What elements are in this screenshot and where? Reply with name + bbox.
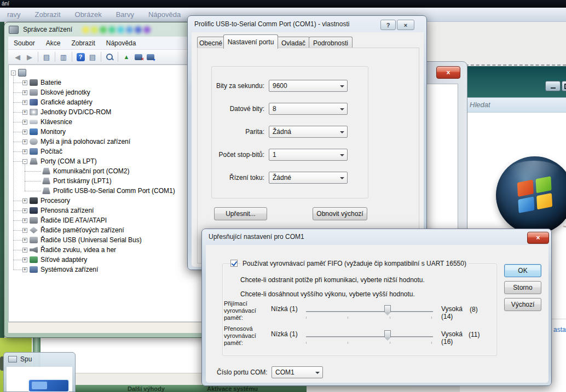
tree-label[interactable]: Myši a jiná polohovací zařízení bbox=[41, 138, 130, 145]
tree-label[interactable]: Systémová zařízení bbox=[41, 266, 98, 273]
help-button[interactable]: ? bbox=[380, 20, 396, 30]
dm-menu-file[interactable]: Soubor bbox=[8, 39, 41, 47]
expand-toggle[interactable]: + bbox=[22, 228, 27, 233]
ok-button[interactable]: OK bbox=[504, 264, 541, 277]
expand-toggle[interactable]: + bbox=[22, 198, 27, 203]
field-row: Počet stop-bitů: 1 bbox=[212, 149, 367, 161]
tree-label[interactable]: Přenosná zařízení bbox=[41, 207, 94, 214]
toolbar-separator bbox=[55, 52, 55, 62]
expand-toggle[interactable]: + bbox=[22, 139, 27, 144]
expand-toggle[interactable]: + bbox=[22, 218, 27, 223]
dm-menu-view[interactable]: Zobrazit bbox=[66, 39, 100, 47]
settings-link-fragment[interactable]: astav bbox=[553, 326, 566, 334]
expand-toggle[interactable]: + bbox=[22, 248, 27, 253]
expand-toggle[interactable]: + bbox=[22, 90, 27, 95]
tree-label[interactable]: Komunikační port (COM2) bbox=[53, 167, 129, 175]
tab-details[interactable]: Podrobnosti bbox=[309, 37, 353, 49]
toolbar-uninstall-button[interactable]: × bbox=[132, 51, 145, 62]
minimize-button[interactable] bbox=[545, 81, 561, 91]
field-label: Bity za sekundu: bbox=[212, 82, 264, 90]
palette-dots bbox=[82, 26, 152, 33]
flow-control-combobox[interactable]: Žádné bbox=[269, 172, 348, 184]
toolbar-help-button[interactable]: ? bbox=[74, 51, 86, 62]
tree-label[interactable]: Baterie bbox=[41, 79, 61, 86]
update-driver-icon: ▲ bbox=[124, 54, 130, 60]
toolbar-scan-hardware-button[interactable] bbox=[103, 51, 115, 62]
tree-label[interactable]: Port tiskárny (LPT1) bbox=[53, 177, 112, 185]
fifo-label[interactable]: Používat vyrovnávací paměť FIFO (vyžaduj… bbox=[240, 260, 469, 267]
tree-label[interactable]: Počítač bbox=[41, 148, 62, 155]
expand-toggle[interactable]: + bbox=[22, 80, 27, 85]
fifo-checkbox[interactable] bbox=[230, 260, 238, 267]
tree-label[interactable]: Diskové jednotky bbox=[41, 89, 90, 96]
parity-combobox[interactable]: Žádná bbox=[269, 126, 348, 138]
menu-item-help[interactable]: Nápověda bbox=[141, 10, 188, 19]
stop-bits-combobox[interactable]: 1 bbox=[269, 149, 348, 161]
tree-label[interactable]: Jednotky DVD/CD-ROM bbox=[41, 108, 111, 116]
close-button[interactable]: × bbox=[527, 232, 549, 244]
close-button[interactable]: × bbox=[397, 20, 414, 30]
menu-item-image[interactable]: Obrázek bbox=[68, 10, 109, 19]
transmit-buffer-slider-track[interactable] bbox=[306, 336, 433, 337]
menu-item-view[interactable]: Zobrazit bbox=[28, 10, 68, 19]
run-titlebar[interactable]: Spu bbox=[8, 355, 32, 363]
palette-dot bbox=[82, 26, 89, 33]
menu-item-colors[interactable]: Barvy bbox=[109, 10, 141, 19]
toolbar-panel-button[interactable]: ▤ bbox=[86, 51, 99, 62]
tree-label[interactable]: Síťové adaptéry bbox=[41, 256, 87, 264]
expand-toggle[interactable]: + bbox=[22, 110, 27, 115]
tab-port-settings[interactable]: Nastavení portu bbox=[223, 34, 278, 49]
toolbar-scan-changes-button[interactable]: ▼ bbox=[145, 51, 157, 62]
maximize-button[interactable] bbox=[562, 81, 566, 91]
tree-label[interactable]: Klávesnice bbox=[41, 118, 72, 126]
com-port-combobox[interactable]: COM1 bbox=[272, 366, 323, 378]
serial-port-icon bbox=[42, 188, 50, 194]
slider-tick bbox=[306, 342, 307, 344]
expand-toggle[interactable]: + bbox=[22, 100, 27, 105]
expand-toggle[interactable]: + bbox=[22, 149, 27, 154]
bits-per-second-combobox[interactable]: 9600 bbox=[269, 80, 348, 92]
toolbar-console-tree-button[interactable]: ▤ bbox=[41, 51, 53, 62]
menu-item-edit[interactable]: ravy bbox=[0, 10, 28, 19]
dm-menu-action[interactable]: Akce bbox=[41, 39, 66, 47]
transmit-buffer-slider-thumb[interactable] bbox=[384, 330, 391, 337]
tree-label[interactable]: Grafické adaptéry bbox=[41, 98, 93, 106]
restore-defaults-button[interactable]: Obnovit výchozí bbox=[313, 207, 367, 220]
defaults-button[interactable]: Výchozí bbox=[504, 298, 541, 311]
tree-label[interactable]: Prolific USB-to-Serial Comm Port (COM1) bbox=[53, 187, 175, 195]
expand-toggle[interactable]: - bbox=[11, 71, 16, 75]
benefits-text: Další výhody bbox=[128, 385, 165, 392]
close-button[interactable]: × bbox=[436, 66, 460, 79]
field-label: Parita: bbox=[212, 128, 264, 136]
toolbar-update-driver-button[interactable]: ▲ bbox=[120, 51, 132, 62]
expand-toggle[interactable]: + bbox=[22, 130, 27, 134]
expand-toggle[interactable]: - bbox=[22, 159, 27, 164]
tree-label[interactable]: Procesory bbox=[41, 197, 70, 204]
expand-toggle[interactable]: + bbox=[22, 238, 27, 243]
dm-menu-help[interactable]: Nápověda bbox=[101, 39, 142, 47]
combo-value: 8 bbox=[273, 105, 276, 113]
tree-label[interactable]: Monitory bbox=[41, 128, 66, 136]
expand-toggle[interactable]: + bbox=[22, 208, 27, 213]
advanced-button[interactable]: Upřesnit... bbox=[214, 207, 267, 220]
receive-buffer-slider-track[interactable] bbox=[306, 311, 433, 312]
search-input[interactable]: Hledat bbox=[461, 97, 566, 113]
tree-label[interactable]: Řadiče IDE ATA/ATAPI bbox=[41, 217, 107, 224]
tree-label[interactable]: Řadiče USB (Universal Serial Bus) bbox=[41, 236, 142, 244]
toolbar-properties-button[interactable]: ▥ bbox=[57, 51, 70, 62]
tree-label[interactable]: Řadiče zvuku, videa a her bbox=[41, 246, 116, 254]
expand-toggle[interactable]: + bbox=[22, 267, 27, 272]
expand-toggle[interactable]: + bbox=[22, 120, 27, 125]
data-bits-combobox[interactable]: 8 bbox=[269, 103, 348, 115]
tree-label[interactable]: Porty (COM a LPT) bbox=[41, 157, 97, 165]
nav-forward-button[interactable]: ▶ bbox=[24, 51, 36, 62]
receive-buffer-slider-thumb[interactable] bbox=[384, 305, 391, 312]
tab-driver[interactable]: Ovladač bbox=[277, 37, 310, 49]
disk-drive-icon bbox=[30, 89, 38, 96]
paint-titlebar[interactable]: ání bbox=[0, 0, 566, 8]
tree-label[interactable]: Řadiče paměťových zařízení bbox=[41, 226, 124, 234]
cancel-button[interactable]: Storno bbox=[504, 281, 541, 294]
expand-toggle[interactable]: + bbox=[22, 258, 27, 262]
nav-back-button[interactable]: ◀ bbox=[11, 51, 24, 62]
tab-general[interactable]: Obecné bbox=[197, 37, 224, 49]
